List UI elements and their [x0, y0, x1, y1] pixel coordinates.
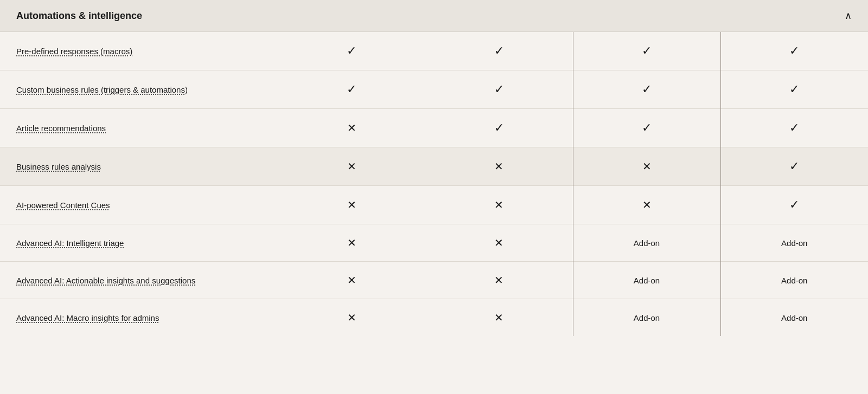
addon-label: Add-on — [781, 238, 807, 248]
features-table: Pre-defined responses (macros)✓✓✓✓Custom… — [0, 32, 868, 336]
value-cell-col4: Add-on — [573, 262, 720, 299]
check-icon: ✓ — [789, 159, 799, 173]
table-row: Article recommendations✕✓✓✓ — [0, 109, 868, 147]
value-cell-col4: ✕ — [573, 147, 720, 186]
cross-icon: ✕ — [347, 199, 356, 211]
feature-cell: Business rules analysis — [0, 147, 278, 186]
value-cell-col3: ✕ — [425, 186, 573, 224]
check-icon: ✓ — [494, 121, 504, 134]
feature-cell: Advanced AI: Actionable insights and sug… — [0, 262, 278, 299]
cross-icon: ✕ — [494, 274, 503, 286]
value-cell-col2: ✕ — [278, 186, 425, 224]
feature-cell: AI-powered Content Cues — [0, 186, 278, 224]
value-cell-col2: ✓ — [278, 70, 425, 109]
value-cell-col2: ✕ — [278, 147, 425, 186]
section-title: Automations & intelligence — [16, 10, 142, 22]
feature-name: Business rules analysis — [16, 162, 101, 171]
table-row: Advanced AI: Actionable insights and sug… — [0, 262, 868, 299]
check-icon: ✓ — [789, 82, 799, 96]
table-row: Business rules analysis✕✕✕✓ — [0, 147, 868, 186]
table-row: AI-powered Content Cues✕✕✕✓ — [0, 186, 868, 224]
feature-name: AI-powered Content Cues — [16, 201, 110, 210]
check-icon: ✓ — [789, 121, 799, 134]
addon-label: Add-on — [634, 238, 660, 248]
value-cell-col5: Add-on — [720, 224, 868, 262]
addon-label: Add-on — [781, 313, 807, 322]
check-icon: ✓ — [347, 44, 356, 57]
cross-icon: ✕ — [494, 160, 503, 172]
cross-icon: ✕ — [494, 237, 503, 249]
check-icon: ✓ — [789, 44, 799, 57]
cross-icon: ✕ — [347, 160, 356, 172]
addon-label: Add-on — [634, 276, 660, 285]
value-cell-col3: ✕ — [425, 262, 573, 299]
feature-name: Article recommendations — [16, 124, 106, 133]
value-cell-col4: ✓ — [573, 109, 720, 147]
value-cell-col2: ✕ — [278, 262, 425, 299]
feature-cell: Article recommendations — [0, 109, 278, 147]
value-cell-col4: ✓ — [573, 32, 720, 70]
table-row: Custom business rules (triggers & automa… — [0, 70, 868, 109]
value-cell-col3: ✕ — [425, 147, 573, 186]
feature-cell: Advanced AI: Macro insights for admins — [0, 299, 278, 337]
section-header: Automations & intelligence ∧ — [0, 0, 868, 32]
automations-intelligence-section: Automations & intelligence ∧ Pre-defined… — [0, 0, 868, 336]
value-cell-col4: Add-on — [573, 299, 720, 337]
addon-label: Add-on — [634, 313, 660, 322]
feature-name: Advanced AI: Intelligent triage — [16, 238, 124, 248]
cross-icon: ✕ — [494, 199, 503, 211]
feature-name: Pre-defined responses (macros) — [16, 47, 132, 56]
feature-cell: Advanced AI: Intelligent triage — [0, 224, 278, 262]
feature-cell: Pre-defined responses (macros) — [0, 32, 278, 70]
cross-icon: ✕ — [642, 160, 652, 172]
table-row: Pre-defined responses (macros)✓✓✓✓ — [0, 32, 868, 70]
cross-icon: ✕ — [347, 237, 356, 249]
check-icon: ✓ — [494, 82, 504, 96]
check-icon: ✓ — [347, 82, 356, 96]
value-cell-col2: ✕ — [278, 109, 425, 147]
collapse-chevron-icon[interactable]: ∧ — [845, 10, 852, 22]
check-icon: ✓ — [642, 121, 652, 134]
check-icon: ✓ — [642, 82, 652, 96]
value-cell-col3: ✓ — [425, 70, 573, 109]
value-cell-col5: ✓ — [720, 70, 868, 109]
value-cell-col5: ✓ — [720, 147, 868, 186]
cross-icon: ✕ — [494, 312, 503, 324]
cross-icon: ✕ — [347, 122, 356, 134]
value-cell-col3: ✕ — [425, 224, 573, 262]
value-cell-col3: ✕ — [425, 299, 573, 337]
value-cell-col3: ✓ — [425, 109, 573, 147]
check-icon: ✓ — [494, 44, 504, 57]
cross-icon: ✕ — [347, 274, 356, 286]
feature-name: Advanced AI: Macro insights for admins — [16, 313, 159, 322]
check-icon: ✓ — [789, 198, 799, 211]
value-cell-col2: ✓ — [278, 32, 425, 70]
value-cell-col3: ✓ — [425, 32, 573, 70]
value-cell-col5: ✓ — [720, 186, 868, 224]
feature-name: Advanced AI: Actionable insights and sug… — [16, 276, 195, 285]
table-row: Advanced AI: Macro insights for admins✕✕… — [0, 299, 868, 337]
value-cell-col5: ✓ — [720, 109, 868, 147]
value-cell-col5: Add-on — [720, 262, 868, 299]
feature-name: Custom business rules (triggers & automa… — [16, 85, 188, 94]
addon-label: Add-on — [781, 276, 807, 285]
value-cell-col5: ✓ — [720, 32, 868, 70]
feature-cell: Custom business rules (triggers & automa… — [0, 70, 278, 109]
table-row: Advanced AI: Intelligent triage✕✕Add-onA… — [0, 224, 868, 262]
value-cell-col4: Add-on — [573, 224, 720, 262]
value-cell-col4: ✕ — [573, 186, 720, 224]
value-cell-col2: ✕ — [278, 299, 425, 337]
cross-icon: ✕ — [347, 312, 356, 324]
cross-icon: ✕ — [642, 199, 652, 211]
value-cell-col5: Add-on — [720, 299, 868, 337]
check-icon: ✓ — [642, 44, 652, 57]
value-cell-col2: ✕ — [278, 224, 425, 262]
value-cell-col4: ✓ — [573, 70, 720, 109]
